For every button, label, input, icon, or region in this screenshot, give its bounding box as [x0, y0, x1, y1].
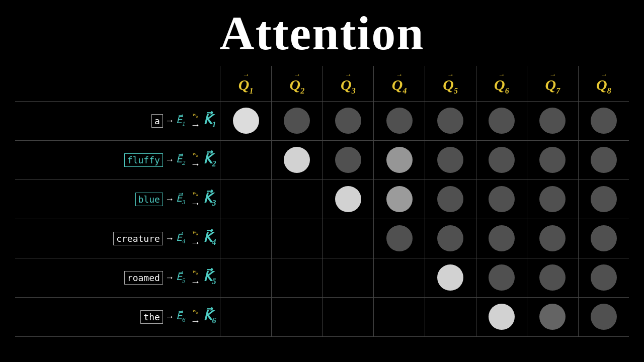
row-label-3: blue → E⃗3 wk → K⃗3	[15, 179, 220, 219]
cell-r2-c5	[425, 140, 476, 179]
attention-circle	[539, 108, 566, 134]
cell-r4-c2	[272, 219, 323, 258]
word-5: roamed	[124, 271, 163, 285]
cell-r5-c7	[527, 258, 579, 297]
attention-circle	[591, 186, 617, 212]
cell-r1-c1	[220, 101, 272, 140]
attention-circle	[386, 225, 413, 251]
attention-circle	[335, 147, 361, 173]
cell-r2-c8	[578, 140, 629, 179]
cell-r6-c8	[578, 297, 629, 336]
word-1: a	[151, 114, 163, 128]
row-label-1: a → E⃗1 wk → K⃗1	[15, 101, 220, 140]
cell-r2-c1	[220, 140, 272, 179]
attention-circle	[591, 304, 617, 330]
cell-r5-c2	[272, 258, 323, 297]
cell-r1-c8	[578, 101, 629, 140]
attention-circle	[386, 108, 413, 134]
header-q3: → Q3	[323, 66, 374, 101]
cell-r4-c1	[220, 219, 272, 258]
cell-r3-c6	[476, 179, 527, 219]
table-row: the → E⃗6 wk → K⃗6	[15, 297, 629, 336]
attention-circle	[489, 108, 515, 134]
attention-table: → Q1 → Q2 → Q3 → Q4 → Q5 → Q6 → Q7 → Q8 …	[15, 66, 629, 337]
table-row: blue → E⃗3 wk → K⃗3	[15, 179, 629, 219]
cell-r5-c3	[323, 258, 374, 297]
header-q8: → Q8	[578, 66, 629, 101]
cell-r5-c8	[578, 258, 629, 297]
word-6: the	[140, 310, 163, 324]
attention-circle	[591, 264, 617, 291]
cell-r1-c7	[527, 101, 579, 140]
cell-r3-c8	[578, 179, 629, 219]
page-title: Attention	[219, 5, 424, 61]
attention-circle	[591, 147, 617, 173]
header-q1: → Q1	[220, 66, 272, 101]
cell-r4-c5	[425, 219, 476, 258]
header-q5: → Q5	[425, 66, 476, 101]
cell-r5-c6	[476, 258, 527, 297]
table-row: a → E⃗1 wk → K⃗1	[15, 101, 629, 140]
cell-r4-c4	[374, 219, 425, 258]
attention-circle	[489, 186, 515, 212]
attention-circle	[437, 147, 463, 173]
attention-circle	[539, 186, 566, 212]
table-row: creature → E⃗4 wk → K⃗4	[15, 219, 629, 258]
cell-r5-c4	[374, 258, 425, 297]
cell-r1-c3	[323, 101, 374, 140]
cell-r4-c6	[476, 219, 527, 258]
attention-circle	[489, 304, 515, 330]
header-label-cell	[15, 66, 220, 101]
header-q7: → Q7	[527, 66, 579, 101]
attention-circle	[539, 304, 566, 330]
cell-r1-c6	[476, 101, 527, 140]
cell-r3-c2	[272, 179, 323, 219]
header-q2: → Q2	[272, 66, 323, 101]
attention-circle	[489, 147, 515, 173]
cell-r2-c7	[527, 140, 579, 179]
cell-r2-c6	[476, 140, 527, 179]
cell-r3-c3	[323, 179, 374, 219]
page: Attention → Q1 → Q2 → Q3 → Q4 → Q5 → Q6 …	[0, 0, 644, 362]
row-label-4: creature → E⃗4 wk → K⃗4	[15, 219, 220, 258]
attention-circle	[489, 264, 515, 291]
attention-circle	[437, 108, 463, 134]
cell-r6-c1	[220, 297, 272, 336]
cell-r6-c2	[272, 297, 323, 336]
cell-r6-c5	[425, 297, 476, 336]
word-2: fluffy	[124, 153, 163, 167]
cell-r2-c2	[272, 140, 323, 179]
row-label-5: roamed → E⃗5 wk → K⃗5	[15, 258, 220, 297]
attention-circle	[489, 225, 515, 251]
cell-r1-c5	[425, 101, 476, 140]
cell-r6-c4	[374, 297, 425, 336]
attention-circle	[539, 147, 566, 173]
cell-r5-c1	[220, 258, 272, 297]
attention-circle	[284, 147, 310, 173]
attention-circle	[591, 225, 617, 251]
attention-circle	[539, 264, 566, 291]
cell-r3-c1	[220, 179, 272, 219]
attention-circle	[386, 147, 413, 173]
cell-r2-c3	[323, 140, 374, 179]
attention-circle	[335, 186, 361, 212]
cell-r4-c3	[323, 219, 374, 258]
cell-r6-c7	[527, 297, 579, 336]
table-wrapper: → Q1 → Q2 → Q3 → Q4 → Q5 → Q6 → Q7 → Q8 …	[0, 66, 644, 337]
attention-circle	[437, 225, 463, 251]
cell-r2-c4	[374, 140, 425, 179]
attention-circle	[437, 264, 463, 291]
cell-r1-c4	[374, 101, 425, 140]
word-4: creature	[113, 232, 163, 245]
attention-circle	[284, 108, 310, 134]
attention-circle	[386, 186, 413, 212]
attention-circle	[539, 225, 566, 251]
attention-circle	[335, 108, 361, 134]
header-q6: → Q6	[476, 66, 527, 101]
table-row: fluffy → E⃗2 wk → K⃗2	[15, 140, 629, 179]
row-label-2: fluffy → E⃗2 wk → K⃗2	[15, 140, 220, 179]
header-q4: → Q4	[374, 66, 425, 101]
attention-circle	[233, 108, 259, 134]
word-3: blue	[135, 193, 163, 206]
cell-r3-c5	[425, 179, 476, 219]
